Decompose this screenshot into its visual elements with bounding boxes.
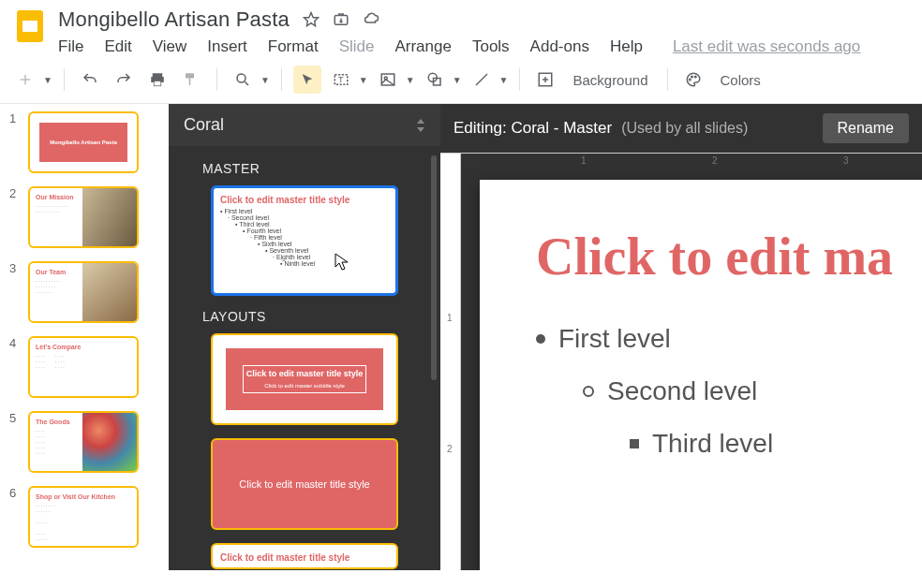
layout-title: Click to edit master title style xyxy=(213,440,396,528)
slide-canvas[interactable]: Click to edit ma First level Second leve… xyxy=(480,180,922,570)
new-slide-button[interactable] xyxy=(11,66,39,94)
menu-edit[interactable]: Edit xyxy=(104,37,131,56)
svg-rect-8 xyxy=(189,79,191,86)
layout-thumb[interactable]: Click to edit master title style xyxy=(211,438,398,530)
slide-number: 6 xyxy=(9,486,21,548)
slides-panel: 1 Mongibello Artisan Pasta 2 Our Mission… xyxy=(0,104,169,570)
theme-switch-icon[interactable] xyxy=(416,119,425,132)
editor-panel: Editing: Coral - Master (Used by all sli… xyxy=(440,104,922,570)
thumb-title: Mongibello Artisan Pasta xyxy=(50,140,116,145)
slide-thumb[interactable]: Mongibello Artisan Pasta xyxy=(28,111,139,173)
scrollbar[interactable] xyxy=(431,155,437,380)
master-thumb[interactable]: Click to edit master title style • First… xyxy=(211,185,398,296)
slide-thumb[interactable]: Let's Compare · · · · · · · ·· · · · · ·… xyxy=(28,336,139,398)
document-title[interactable]: Mongibello Artisan Pasta xyxy=(58,7,290,32)
editing-used: (Used by all slides) xyxy=(621,120,748,137)
menu-help[interactable]: Help xyxy=(610,37,643,56)
section-layouts-label: LAYOUTS xyxy=(202,309,425,324)
theme-name[interactable]: Coral xyxy=(184,115,224,135)
layout-title: Click to edit master title style xyxy=(246,370,364,379)
rename-button[interactable]: Rename xyxy=(823,113,909,143)
slide-number: 4 xyxy=(9,336,21,398)
layout-thumb[interactable]: Click to edit master title style xyxy=(211,543,398,569)
svg-point-19 xyxy=(694,76,696,78)
background-button[interactable]: Background xyxy=(565,72,655,88)
ruler-vertical[interactable]: 1 2 xyxy=(440,154,461,570)
thumb-body: · · · · · · · ·· · · · · · · ·· · · · · … xyxy=(36,353,131,370)
colors-button[interactable]: Colors xyxy=(713,72,768,88)
star-icon[interactable] xyxy=(303,11,320,28)
toolbar: ▼ ▼ T ▼ ▼ ▼ ▼ Background Colors xyxy=(0,56,922,104)
svg-rect-7 xyxy=(186,73,194,78)
slide-number: 1 xyxy=(9,111,21,173)
menu-slide: Slide xyxy=(339,37,375,56)
chevron-down-icon[interactable]: ▼ xyxy=(406,75,415,85)
master-thumb-title: Click to edit master title style xyxy=(220,195,389,205)
level-text: Second level xyxy=(607,376,757,406)
svg-rect-6 xyxy=(154,81,161,86)
layout-thumb[interactable]: Click to edit master title style Click t… xyxy=(211,333,398,425)
shape-button[interactable] xyxy=(421,66,449,94)
menu-format[interactable]: Format xyxy=(268,37,319,56)
master-thumb-levels: • First level · Second level ▪ Third lev… xyxy=(220,208,389,267)
chevron-down-icon[interactable]: ▼ xyxy=(499,75,509,85)
editing-name: Coral - Master xyxy=(511,119,612,137)
svg-marker-2 xyxy=(304,13,318,26)
layout-title: Click to edit master title style xyxy=(220,552,389,563)
slide-thumb[interactable]: Our Team · · · · · · · · · ·· · · · · · … xyxy=(28,261,139,323)
slide-number: 3 xyxy=(9,261,21,323)
canvas-body-placeholder[interactable]: First level Second level Third level xyxy=(536,324,922,459)
svg-text:T: T xyxy=(338,75,344,84)
menu-view[interactable]: View xyxy=(153,37,187,56)
section-master-label: MASTER xyxy=(202,161,425,176)
last-edit-link[interactable]: Last edit was seconds ago xyxy=(673,37,860,56)
thumb-title: Let's Compare xyxy=(36,344,131,351)
chevron-down-icon[interactable]: ▼ xyxy=(260,75,270,85)
menu-addons[interactable]: Add-ons xyxy=(530,37,589,56)
svg-rect-1 xyxy=(22,21,37,32)
chevron-down-icon[interactable]: ▼ xyxy=(359,75,368,85)
thumb-body: · · · · · · · ·· · · · · ·· · · · ·· · ·… xyxy=(36,503,131,542)
level-text: First level xyxy=(558,324,671,354)
slide-thumb[interactable]: Our Mission · · · · · · · · · · · · ·· ·… xyxy=(28,186,139,248)
chevron-down-icon[interactable]: ▼ xyxy=(43,75,52,85)
chevron-down-icon[interactable]: ▼ xyxy=(453,75,462,85)
svg-point-18 xyxy=(691,76,692,78)
line-button[interactable] xyxy=(468,66,496,94)
palette-icon xyxy=(679,66,707,94)
textbox-button[interactable]: T xyxy=(327,66,355,94)
menu-file[interactable]: File xyxy=(58,37,83,56)
print-button[interactable] xyxy=(143,66,171,94)
placeholder-button[interactable] xyxy=(531,66,559,94)
ruler-horizontal[interactable]: 1 2 3 xyxy=(440,153,922,154)
svg-point-17 xyxy=(689,79,691,81)
zoom-button[interactable] xyxy=(229,66,257,94)
canvas-title-placeholder[interactable]: Click to edit ma xyxy=(536,227,922,287)
menu-arrange[interactable]: Arrange xyxy=(394,37,451,56)
thumb-title: Shop or Visit Our Kitchen xyxy=(36,493,131,501)
svg-point-9 xyxy=(237,74,245,82)
editing-prefix: Editing: xyxy=(454,119,507,137)
slides-logo[interactable] xyxy=(11,7,49,45)
image-button[interactable] xyxy=(374,66,402,94)
level-text: Third level xyxy=(652,429,773,459)
paint-format-button[interactable] xyxy=(177,66,205,94)
layout-subtitle: Click to edit master subtitle style xyxy=(264,383,345,389)
cloud-status-icon[interactable] xyxy=(363,11,379,28)
slide-thumb[interactable]: Shop or Visit Our Kitchen · · · · · · · … xyxy=(28,486,139,548)
svg-rect-4 xyxy=(153,73,163,77)
move-to-folder-icon[interactable] xyxy=(333,11,349,28)
slide-number: 5 xyxy=(9,411,21,473)
select-tool-button[interactable] xyxy=(293,66,321,94)
redo-button[interactable] xyxy=(110,66,138,94)
slide-number: 2 xyxy=(9,186,21,248)
menu-tools[interactable]: Tools xyxy=(472,37,510,56)
menu-insert[interactable]: Insert xyxy=(207,37,247,56)
menu-bar: File Edit View Insert Format Slide Arran… xyxy=(58,37,911,56)
master-panel: Coral MASTER Click to edit master title … xyxy=(169,104,440,570)
slide-thumb[interactable]: The Goods · · · ·· · · ·· · · ·· · · ·· … xyxy=(28,411,139,473)
undo-button[interactable] xyxy=(76,66,104,94)
